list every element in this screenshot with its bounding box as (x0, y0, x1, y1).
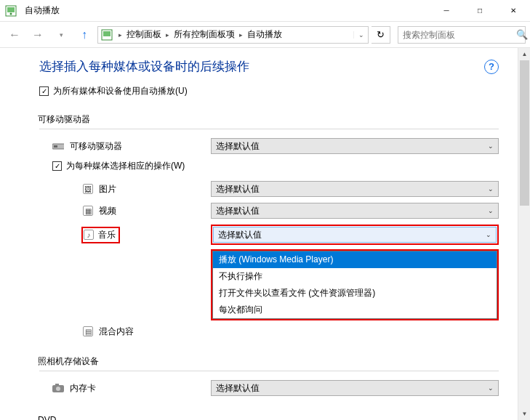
music-option-1[interactable]: 不执行操作 (213, 268, 497, 285)
per-media-checkbox-row[interactable]: ✓ 为每种媒体选择相应的操作(W) (39, 160, 499, 172)
vertical-scrollbar[interactable]: ▲ ▼ (518, 48, 530, 420)
media-row-mixed: ▤ 混合内容 (39, 323, 499, 339)
app-icon (0, 5, 22, 17)
minimize-button[interactable]: ─ (430, 0, 463, 22)
crumb-root-sep[interactable]: ▸ (116, 31, 125, 39)
up-button[interactable]: ↑ (74, 25, 95, 45)
memory-card-dropdown[interactable]: 选择默认值 ⌄ (211, 380, 499, 396)
music-option-0[interactable]: 播放 (Windows Media Player) (213, 251, 497, 268)
media-row-video: ▦ 视频 选择默认值 ⌄ (39, 203, 499, 219)
chevron-down-icon: ⌄ (488, 384, 494, 392)
drive-icon (52, 140, 64, 152)
video-icon: ▦ (83, 206, 93, 216)
memory-card-row: 内存卡 选择默认值 ⌄ (39, 380, 499, 396)
crumb-0[interactable]: 控制面板 (125, 28, 163, 41)
video-dropdown[interactable]: 选择默认值 ⌄ (211, 203, 499, 219)
page-title: 选择插入每种媒体或设备时的后续操作 (39, 58, 249, 75)
crumb-2[interactable]: 自动播放 (246, 28, 284, 41)
section-dvd-title: DVD (38, 415, 499, 420)
chevron-down-icon: ⌄ (488, 185, 494, 193)
content-area: 选择插入每种媒体或设备时的后续操作 ? ✓ 为所有媒体和设备使用自动播放(U) … (0, 48, 518, 420)
crumb-1[interactable]: 所有控制面板项 (172, 28, 236, 41)
chevron-down-icon: ⌄ (486, 231, 491, 238)
address-dropdown[interactable]: ⌄ (353, 31, 368, 39)
checkbox-checked-icon: ✓ (39, 86, 49, 96)
svg-rect-6 (54, 145, 57, 148)
chevron-down-icon: ⌄ (488, 142, 494, 150)
scroll-up-icon[interactable]: ▲ (518, 48, 530, 60)
maximize-button[interactable]: □ (463, 0, 497, 22)
window-titlebar: 自动播放 ─ □ ✕ (0, 0, 530, 22)
checkbox-checked-icon: ✓ (52, 161, 62, 171)
window-title: 自动播放 (22, 4, 430, 17)
section-removable-title: 可移动驱动器 (38, 113, 499, 126)
camera-icon (52, 382, 64, 394)
music-dropdown-list: 播放 (Windows Media Player) 不执行操作 打开文件夹以查看… (212, 251, 497, 319)
navigation-bar: ← → ▾ ↑ ▸ 控制面板 ▸ 所有控制面板项 ▸ 自动播放 ⌄ ↻ 🔍 (0, 22, 530, 48)
recent-dropdown[interactable]: ▾ (51, 25, 71, 45)
svg-rect-9 (55, 384, 59, 386)
address-icon (98, 29, 116, 41)
search-icon[interactable]: 🔍 (516, 29, 528, 40)
address-bar[interactable]: ▸ 控制面板 ▸ 所有控制面板项 ▸ 自动播放 ⌄ (97, 26, 369, 44)
refresh-button[interactable]: ↻ (372, 26, 390, 44)
removable-drive-label: 可移动驱动器 (70, 140, 122, 153)
search-box[interactable]: 🔍 (398, 26, 526, 44)
search-input[interactable] (398, 30, 516, 40)
scroll-thumb[interactable] (520, 60, 529, 206)
highlight-music-options: 播放 (Windows Media Player) 不执行操作 打开文件夹以查看… (211, 249, 499, 320)
svg-rect-1 (7, 7, 15, 12)
global-autoplay-label: 为所有媒体和设备使用自动播放(U) (53, 85, 188, 97)
music-option-2[interactable]: 打开文件夹以查看文件 (文件资源管理器) (213, 285, 497, 302)
global-autoplay-checkbox-row[interactable]: ✓ 为所有媒体和设备使用自动播放(U) (39, 85, 499, 97)
pictures-dropdown[interactable]: 选择默认值 ⌄ (211, 181, 499, 197)
scroll-down-icon[interactable]: ▼ (518, 408, 530, 420)
svg-point-8 (56, 387, 60, 391)
svg-point-2 (10, 12, 12, 15)
media-row-pictures: 🖼 图片 选择默认值 ⌄ (39, 181, 499, 197)
removable-drive-row: 可移动驱动器 选择默认值 ⌄ (39, 138, 499, 154)
mixed-icon: ▤ (83, 326, 93, 336)
svg-rect-4 (103, 31, 111, 36)
picture-icon: 🖼 (83, 184, 93, 194)
media-row-music: ♪ 音乐 选择默认值 ⌄ (39, 225, 499, 245)
section-camera-title: 照相机存储设备 (38, 355, 499, 368)
music-icon: ♪ (84, 230, 94, 240)
music-option-3[interactable]: 每次都询问 (213, 302, 497, 318)
help-icon[interactable]: ? (484, 60, 499, 74)
forward-button[interactable]: → (28, 25, 48, 45)
removable-drive-dropdown[interactable]: 选择默认值 ⌄ (211, 138, 499, 154)
close-button[interactable]: ✕ (497, 0, 530, 22)
highlight-music-label: ♪ 音乐 (81, 227, 120, 243)
chevron-down-icon: ⌄ (488, 207, 494, 214)
highlight-music-dropdown: 选择默认值 ⌄ (211, 225, 499, 245)
back-button[interactable]: ← (4, 25, 25, 45)
music-dropdown[interactable]: 选择默认值 ⌄ (213, 227, 497, 243)
